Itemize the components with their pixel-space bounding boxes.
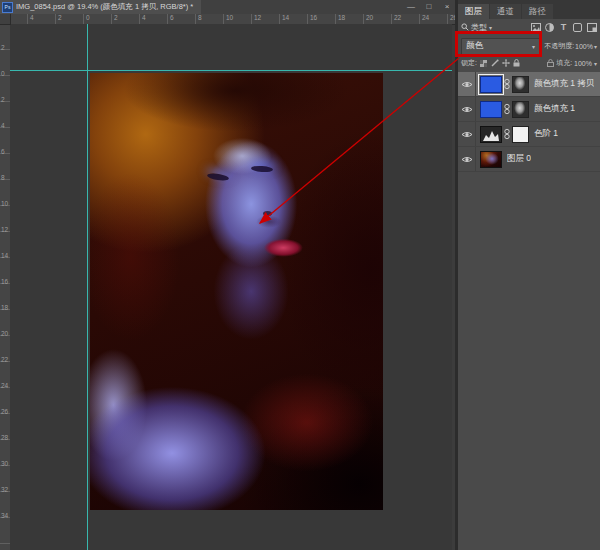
layer-name[interactable]: 颜色填充 1 [534,103,575,115]
ruler-label: 0 [86,14,90,21]
shape-layer-filter-icon[interactable] [572,22,583,33]
visibility-toggle[interactable] [458,72,476,96]
ruler-label: 6 [170,14,174,21]
adjustment-layer-filter-icon[interactable] [544,22,555,33]
eye-icon [461,155,473,164]
ruler-label: 32 [1,486,8,493]
lock-icon [547,59,554,67]
psd-file-icon: Ps [2,2,13,13]
close-button[interactable]: × [441,2,453,11]
layer-name[interactable]: 图层 0 [507,153,531,165]
ruler-label: 2 [114,14,118,21]
document-title: IMG_0854.psd @ 19.4% (颜色填充 1 拷贝, RGB/8*)… [16,2,193,12]
ruler-label: 10 [1,200,8,207]
ruler-label: 2 [1,44,5,51]
link-mask-icon [504,103,510,115]
layer-name[interactable]: 颜色填充 1 拷贝 [534,78,594,90]
lock-row: 锁定: 填充: 100% ▾ [458,56,600,70]
ruler-label: 30 [1,460,8,467]
eye-icon [461,105,473,114]
window-controls: — □ × [405,0,453,12]
ruler-label: 22 [394,14,401,21]
fill-control[interactable]: 填充: 100% ▾ [547,58,597,68]
layers-panel: 图层 通道 路径 类型 ▾ T [455,0,600,550]
ruler-label: 16 [1,278,8,285]
layer-mask-thumbnail[interactable] [512,126,529,143]
smart-object-filter-icon[interactable] [586,22,597,33]
canvas-area[interactable] [10,24,452,550]
tab-paths[interactable]: 路径 [522,4,553,19]
chevron-down-icon: ▾ [594,43,597,50]
ruler-label: 20 [1,330,8,337]
layer-mask-thumbnail[interactable] [512,76,529,93]
search-icon [461,23,469,31]
tab-channels[interactable]: 通道 [490,4,521,19]
fill-layer-thumbnail[interactable] [480,101,502,118]
layer-row-layer-0[interactable]: 图层 0 [458,147,600,172]
layer-mask-thumbnail[interactable] [512,101,529,118]
ruler-corner [0,14,11,25]
layer-row-color-fill-1[interactable]: 颜色填充 1 [458,97,600,122]
lock-transparency-icon[interactable] [480,59,488,67]
opacity-value: 100% [575,43,593,50]
ruler-label: 22 [1,356,8,363]
fill-value: 100% [574,60,592,67]
link-mask-icon [504,128,510,140]
ruler-label: 4 [1,122,5,129]
lock-position-icon[interactable] [502,59,510,67]
ruler-label: 2 [58,14,62,21]
ruler-label: 24 [422,14,429,21]
ruler-label: 34 [1,512,8,519]
image-layer-thumbnail[interactable] [480,151,502,168]
ruler-label: 8 [1,174,5,181]
layer-row-color-fill-1-copy[interactable]: 颜色填充 1 拷贝 [458,72,600,97]
ruler-label: 14 [1,252,8,259]
panel-tab-strip: 图层 通道 路径 [458,0,600,19]
ruler-label: 6 [1,148,5,155]
fill-label: 填充: [556,58,572,68]
chevron-down-icon: ▾ [594,60,597,67]
ruler-label: 0 [1,70,5,77]
lock-image-brush-icon[interactable] [491,59,499,67]
visibility-toggle[interactable] [458,122,476,146]
vertical-guide[interactable] [87,24,88,550]
opacity-control[interactable]: 不透明度: 100% ▾ [544,41,597,51]
levels-adjustment-icon[interactable] [480,126,502,143]
tab-layers[interactable]: 图层 [458,4,489,19]
ruler-label: 18 [1,304,8,311]
photo-woman-portrait[interactable] [90,73,383,510]
visibility-toggle[interactable] [458,147,476,171]
layers-list: 颜色填充 1 拷贝 颜色填充 1 色阶 1 [458,72,600,172]
ruler-label: 4 [142,14,146,21]
ruler-label: 4 [30,14,34,21]
photo-left-eye [207,172,230,181]
ruler-label: 28 [1,434,8,441]
fill-layer-thumbnail[interactable] [480,76,502,93]
lock-label: 锁定: [461,58,477,68]
ruler-label: 16 [310,14,317,21]
link-mask-icon [504,78,510,90]
minimize-button[interactable]: — [405,2,417,11]
document-tab[interactable]: Ps IMG_0854.psd @ 19.4% (颜色填充 1 拷贝, RGB/… [0,0,201,14]
horizontal-guide[interactable] [10,70,452,71]
ruler-label: 8 [198,14,202,21]
ruler-label: 2 [1,96,5,103]
type-layer-filter-icon[interactable]: T [558,22,569,33]
photo-right-eye [251,165,273,173]
eye-icon [461,80,473,89]
ruler-label: 12 [254,14,261,21]
lock-all-icon[interactable] [513,59,521,67]
visibility-toggle[interactable] [458,97,476,121]
annotation-highlight-box [455,31,542,57]
layer-row-levels-1[interactable]: 色阶 1 [458,122,600,147]
layer-name[interactable]: 色阶 1 [534,128,558,140]
ruler-label: 24 [1,382,8,389]
ruler-label: 20 [366,14,373,21]
ruler-label: 26 [1,408,8,415]
eye-icon [461,130,473,139]
document-tab-bar: Ps IMG_0854.psd @ 19.4% (颜色填充 1 拷贝, RGB/… [0,0,455,15]
ruler-label: 18 [338,14,345,21]
opacity-label: 不透明度: [544,41,574,51]
restore-button[interactable]: □ [423,2,435,11]
chevron-down-icon: ▾ [489,24,492,31]
